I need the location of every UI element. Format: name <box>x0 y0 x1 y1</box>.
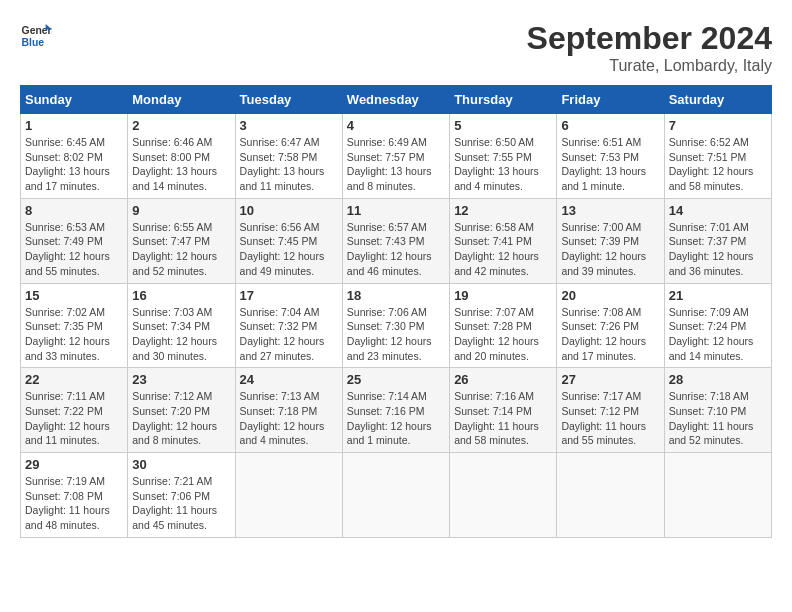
week-row-2: 8 Sunrise: 6:53 AMSunset: 7:49 PMDayligh… <box>21 198 772 283</box>
col-tuesday: Tuesday <box>235 86 342 114</box>
svg-text:Blue: Blue <box>22 37 45 48</box>
day-cell-13: 13 Sunrise: 7:00 AMSunset: 7:39 PMDaylig… <box>557 198 664 283</box>
calendar-table: Sunday Monday Tuesday Wednesday Thursday… <box>20 85 772 538</box>
day-cell-19: 19 Sunrise: 7:07 AMSunset: 7:28 PMDaylig… <box>450 283 557 368</box>
empty-cell-2 <box>342 453 449 538</box>
logo-icon: General Blue <box>20 20 52 52</box>
day-cell-3: 3 Sunrise: 6:47 AMSunset: 7:58 PMDayligh… <box>235 114 342 199</box>
col-friday: Friday <box>557 86 664 114</box>
day-cell-27: 27 Sunrise: 7:17 AMSunset: 7:12 PMDaylig… <box>557 368 664 453</box>
day-cell-24: 24 Sunrise: 7:13 AMSunset: 7:18 PMDaylig… <box>235 368 342 453</box>
day-cell-11: 11 Sunrise: 6:57 AMSunset: 7:43 PMDaylig… <box>342 198 449 283</box>
col-saturday: Saturday <box>664 86 771 114</box>
day-cell-14: 14 Sunrise: 7:01 AMSunset: 7:37 PMDaylig… <box>664 198 771 283</box>
week-row-1: 1 Sunrise: 6:45 AMSunset: 8:02 PMDayligh… <box>21 114 772 199</box>
col-monday: Monday <box>128 86 235 114</box>
day-cell-20: 20 Sunrise: 7:08 AMSunset: 7:26 PMDaylig… <box>557 283 664 368</box>
week-row-4: 22 Sunrise: 7:11 AMSunset: 7:22 PMDaylig… <box>21 368 772 453</box>
col-wednesday: Wednesday <box>342 86 449 114</box>
day-cell-21: 21 Sunrise: 7:09 AMSunset: 7:24 PMDaylig… <box>664 283 771 368</box>
week-row-5: 29 Sunrise: 7:19 AMSunset: 7:08 PMDaylig… <box>21 453 772 538</box>
calendar-header-row: Sunday Monday Tuesday Wednesday Thursday… <box>21 86 772 114</box>
day-cell-7: 7 Sunrise: 6:52 AMSunset: 7:51 PMDayligh… <box>664 114 771 199</box>
page-header: General Blue September 2024 Turate, Lomb… <box>20 20 772 75</box>
day-cell-2: 2 Sunrise: 6:46 AMSunset: 8:00 PMDayligh… <box>128 114 235 199</box>
empty-cell-1 <box>235 453 342 538</box>
day-cell-28: 28 Sunrise: 7:18 AMSunset: 7:10 PMDaylig… <box>664 368 771 453</box>
day-cell-23: 23 Sunrise: 7:12 AMSunset: 7:20 PMDaylig… <box>128 368 235 453</box>
day-cell-12: 12 Sunrise: 6:58 AMSunset: 7:41 PMDaylig… <box>450 198 557 283</box>
empty-cell-5 <box>664 453 771 538</box>
week-row-3: 15 Sunrise: 7:02 AMSunset: 7:35 PMDaylig… <box>21 283 772 368</box>
empty-cell-3 <box>450 453 557 538</box>
day-cell-9: 9 Sunrise: 6:55 AMSunset: 7:47 PMDayligh… <box>128 198 235 283</box>
month-title: September 2024 <box>527 20 772 57</box>
day-cell-15: 15 Sunrise: 7:02 AMSunset: 7:35 PMDaylig… <box>21 283 128 368</box>
day-cell-17: 17 Sunrise: 7:04 AMSunset: 7:32 PMDaylig… <box>235 283 342 368</box>
day-cell-30: 30 Sunrise: 7:21 AMSunset: 7:06 PMDaylig… <box>128 453 235 538</box>
day-cell-5: 5 Sunrise: 6:50 AMSunset: 7:55 PMDayligh… <box>450 114 557 199</box>
day-cell-8: 8 Sunrise: 6:53 AMSunset: 7:49 PMDayligh… <box>21 198 128 283</box>
day-cell-18: 18 Sunrise: 7:06 AMSunset: 7:30 PMDaylig… <box>342 283 449 368</box>
day-cell-26: 26 Sunrise: 7:16 AMSunset: 7:14 PMDaylig… <box>450 368 557 453</box>
day-cell-25: 25 Sunrise: 7:14 AMSunset: 7:16 PMDaylig… <box>342 368 449 453</box>
logo: General Blue <box>20 20 52 52</box>
day-cell-1: 1 Sunrise: 6:45 AMSunset: 8:02 PMDayligh… <box>21 114 128 199</box>
title-block: September 2024 Turate, Lombardy, Italy <box>527 20 772 75</box>
location: Turate, Lombardy, Italy <box>527 57 772 75</box>
day-cell-22: 22 Sunrise: 7:11 AMSunset: 7:22 PMDaylig… <box>21 368 128 453</box>
empty-cell-4 <box>557 453 664 538</box>
day-cell-16: 16 Sunrise: 7:03 AMSunset: 7:34 PMDaylig… <box>128 283 235 368</box>
col-thursday: Thursday <box>450 86 557 114</box>
day-cell-10: 10 Sunrise: 6:56 AMSunset: 7:45 PMDaylig… <box>235 198 342 283</box>
day-cell-4: 4 Sunrise: 6:49 AMSunset: 7:57 PMDayligh… <box>342 114 449 199</box>
day-cell-6: 6 Sunrise: 6:51 AMSunset: 7:53 PMDayligh… <box>557 114 664 199</box>
day-cell-29: 29 Sunrise: 7:19 AMSunset: 7:08 PMDaylig… <box>21 453 128 538</box>
col-sunday: Sunday <box>21 86 128 114</box>
